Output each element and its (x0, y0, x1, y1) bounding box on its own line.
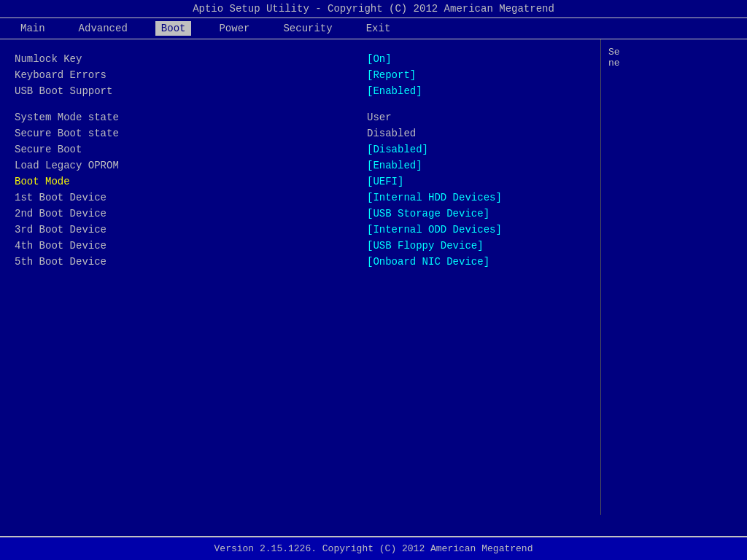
menu-item-boot[interactable]: Boot (155, 21, 192, 36)
label-5th-boot-device: 5th Boot Device (15, 256, 233, 268)
label-2nd-boot-device: 2nd Boot Device (15, 208, 233, 219)
settings-row-4th-boot-device[interactable]: 4th Boot Device[USB Floppy Device] (15, 238, 586, 254)
settings-row-boot-mode[interactable]: Boot Mode[UEFI] (15, 174, 586, 190)
menu-item-security[interactable]: Security (277, 21, 338, 36)
menu-item-main[interactable]: Main (15, 21, 51, 36)
settings-row-3rd-boot-device[interactable]: 3rd Boot Device[Internal ODD Devices] (15, 222, 586, 238)
label-keyboard-errors: Keyboard Errors (15, 69, 233, 81)
settings-table: Numlock Key[On]Keyboard Errors[Report]US… (15, 51, 586, 270)
label-system-mode-state: System Mode state (15, 112, 233, 123)
label-secure-boot: Secure Boot (15, 144, 233, 155)
right-line2: ne (608, 58, 620, 69)
footer: Version 2.15.1226. Copyright (C) 2012 Am… (0, 536, 747, 560)
label-4th-boot-device: 4th Boot Device (15, 240, 233, 252)
label-numlock-key: Numlock Key (15, 53, 233, 65)
left-panel: Numlock Key[On]Keyboard Errors[Report]US… (0, 39, 601, 515)
label-usb-boot-support: USB Boot Support (15, 85, 233, 97)
menu-item-exit[interactable]: Exit (360, 21, 397, 36)
label-secure-boot-state: Secure Boot state (15, 128, 233, 139)
value-load-legacy-oprom: [Enabled] (367, 160, 586, 171)
value-secure-boot: [Disabled] (367, 144, 586, 155)
menu-item-advanced[interactable]: Advanced (73, 21, 133, 36)
settings-row-secure-boot[interactable]: Secure Boot[Disabled] (15, 141, 586, 158)
value-4th-boot-device: [USB Floppy Device] (367, 240, 586, 252)
value-usb-boot-support: [Enabled] (367, 85, 586, 97)
right-panel: Se ne (601, 39, 747, 515)
main-content: Numlock Key[On]Keyboard Errors[Report]US… (0, 39, 747, 515)
value-boot-mode: [UEFI] (367, 176, 586, 187)
settings-row-2nd-boot-device[interactable]: 2nd Boot Device[USB Storage Device] (15, 206, 586, 222)
value-numlock-key: [On] (367, 53, 586, 65)
spacer (15, 99, 586, 109)
right-line1: Se (608, 47, 620, 58)
settings-row-load-legacy-oprom[interactable]: Load Legacy OPROM[Enabled] (15, 158, 586, 174)
label-load-legacy-oprom: Load Legacy OPROM (15, 160, 233, 171)
label-1st-boot-device: 1st Boot Device (15, 192, 233, 203)
value-system-mode-state: User (367, 112, 586, 123)
settings-row-keyboard-errors[interactable]: Keyboard Errors[Report] (15, 67, 586, 83)
settings-row-numlock-key[interactable]: Numlock Key[On] (15, 51, 586, 67)
settings-row-1st-boot-device[interactable]: 1st Boot Device[Internal HDD Devices] (15, 190, 586, 206)
value-secure-boot-state: Disabled (367, 128, 586, 139)
menu-item-power[interactable]: Power (213, 21, 255, 36)
footer-text: Version 2.15.1226. Copyright (C) 2012 Am… (214, 543, 533, 554)
value-3rd-boot-device: [Internal ODD Devices] (367, 224, 586, 236)
settings-row-5th-boot-device[interactable]: 5th Boot Device[Onboard NIC Device] (15, 254, 586, 270)
menu-bar: MainAdvancedBootPowerSecurityExit (0, 18, 747, 39)
title-text: Aptio Setup Utility - Copyright (C) 2012… (193, 3, 554, 15)
title-bar: Aptio Setup Utility - Copyright (C) 2012… (0, 0, 747, 18)
label-boot-mode: Boot Mode (15, 176, 233, 187)
settings-row-usb-boot-support[interactable]: USB Boot Support[Enabled] (15, 83, 586, 99)
value-2nd-boot-device: [USB Storage Device] (367, 208, 586, 219)
settings-row-secure-boot-state[interactable]: Secure Boot stateDisabled (15, 125, 586, 141)
settings-row-system-mode-state[interactable]: System Mode stateUser (15, 109, 586, 125)
value-5th-boot-device: [Onboard NIC Device] (367, 256, 586, 268)
value-keyboard-errors: [Report] (367, 69, 586, 81)
value-1st-boot-device: [Internal HDD Devices] (367, 192, 586, 203)
label-3rd-boot-device: 3rd Boot Device (15, 224, 233, 236)
